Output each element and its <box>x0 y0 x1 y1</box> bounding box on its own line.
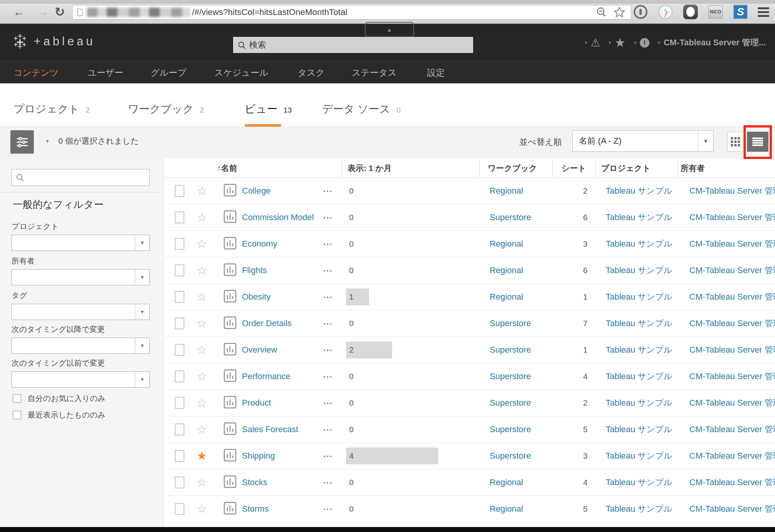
column-header-hits[interactable]: 表示: 1 か月 <box>348 163 392 174</box>
menu-icon[interactable] <box>756 4 771 20</box>
filter-dropdown[interactable]: ▼ <box>12 338 150 354</box>
row-checkbox[interactable] <box>175 450 184 462</box>
account-menu[interactable]: CM-Tableau Server 管理... <box>664 37 766 48</box>
browser-forward-icon[interactable]: → <box>37 5 48 18</box>
project-link[interactable]: Tableau サンプル <box>606 291 672 303</box>
view-name-link[interactable]: Economy <box>242 239 277 249</box>
nico-icon[interactable]: NICO <box>708 4 723 20</box>
row-menu-icon[interactable]: ••• <box>323 241 333 247</box>
view-name-link[interactable]: Flights <box>242 265 267 275</box>
favorite-star-icon[interactable]: ☆ <box>197 212 207 223</box>
row-menu-icon[interactable]: ••• <box>323 479 333 486</box>
owner-link[interactable]: CM-Tableau Server 管理 <box>689 397 775 409</box>
owner-link[interactable]: CM-Tableau Server 管理 <box>689 265 775 276</box>
nav-item-1[interactable]: ユーザー <box>88 67 123 79</box>
sidebar-search-input[interactable] <box>12 169 150 186</box>
sort-dropdown-arrow-icon[interactable]: ▼ <box>698 131 713 151</box>
row-checkbox[interactable] <box>175 185 184 197</box>
row-menu-icon[interactable]: ••• <box>323 506 333 512</box>
workbook-link[interactable]: Superstore <box>490 345 531 355</box>
dropdown-arrow-icon[interactable]: ▼ <box>135 304 149 320</box>
row-checkbox[interactable] <box>175 503 184 515</box>
tableau-logo[interactable]: +ableau <box>12 33 95 50</box>
grid-view-button[interactable] <box>727 132 744 152</box>
alerts-warning-icon[interactable]: ⚠ <box>591 36 600 49</box>
row-menu-icon[interactable]: ••• <box>323 188 333 194</box>
project-link[interactable]: Tableau サンプル <box>606 318 672 329</box>
owner-link[interactable]: CM-Tableau Server 管理 <box>689 318 775 329</box>
row-checkbox[interactable] <box>175 238 184 250</box>
row-menu-icon[interactable]: ••• <box>323 347 333 353</box>
row-menu-icon[interactable]: ••• <box>323 453 333 459</box>
project-link[interactable]: Tableau サンプル <box>606 185 672 197</box>
zoom-out-icon[interactable] <box>596 7 607 18</box>
favorite-star-icon[interactable]: ☆ <box>197 397 207 409</box>
favorites-star-icon[interactable]: ★ <box>614 35 626 50</box>
project-link[interactable]: Tableau サンプル <box>606 424 672 435</box>
view-name-link[interactable]: Commission Model <box>242 212 314 222</box>
project-link[interactable]: Tableau サンプル <box>606 212 672 223</box>
favorite-star-icon[interactable]: ☆ <box>197 503 207 515</box>
view-name-link[interactable]: Order Details <box>242 318 292 328</box>
owner-link[interactable]: CM-Tableau Server 管理 <box>689 291 775 303</box>
project-link[interactable]: Tableau サンプル <box>606 397 672 409</box>
bookmark-star-icon[interactable] <box>613 6 626 18</box>
url-text[interactable]: /#/views?hitsCol=hitsLastOneMonthTotal <box>192 7 347 17</box>
url-bar[interactable]: /#/views?hitsCol=hitsLastOneMonthTotal <box>72 5 631 20</box>
nav-item-3[interactable]: スケジュール <box>214 67 268 79</box>
onepassword-icon[interactable] <box>633 4 648 20</box>
checkbox[interactable] <box>13 411 22 419</box>
row-checkbox[interactable] <box>175 344 184 356</box>
tab-3[interactable]: データ ソース0 <box>322 102 401 116</box>
owner-link[interactable]: CM-Tableau Server 管理 <box>689 450 775 462</box>
owner-link[interactable]: CM-Tableau Server 管理 <box>689 477 775 488</box>
selection-caret-icon[interactable]: ▾ <box>46 138 49 144</box>
nav-item-2[interactable]: グループ <box>151 67 187 79</box>
row-menu-icon[interactable]: ••• <box>323 400 333 406</box>
nav-item-4[interactable]: タスク <box>298 67 325 79</box>
row-checkbox[interactable] <box>175 291 184 303</box>
view-name-link[interactable]: Storms <box>242 504 269 514</box>
view-name-link[interactable]: College <box>242 186 271 196</box>
project-link[interactable]: Tableau サンプル <box>606 265 672 276</box>
column-header-workbook[interactable]: ワークブック <box>488 163 537 174</box>
column-header-project[interactable]: プロジェクト <box>601 163 651 174</box>
view-name-link[interactable]: Obesity <box>242 292 271 302</box>
filter-dropdown[interactable]: ▼ <box>12 269 150 285</box>
info-icon[interactable]: i <box>640 38 649 48</box>
row-menu-icon[interactable]: ••• <box>323 294 333 300</box>
favorite-star-icon[interactable]: ☆ <box>197 424 207 435</box>
row-checkbox[interactable] <box>175 424 184 436</box>
workbook-link[interactable]: Regional <box>490 265 523 275</box>
project-link[interactable]: Tableau サンプル <box>606 503 672 515</box>
view-name-link[interactable]: Performance <box>242 371 290 381</box>
row-checkbox[interactable] <box>175 212 184 224</box>
chevron-down-icon[interactable]: ▾ <box>658 40 660 45</box>
view-name-link[interactable]: Overview <box>242 345 277 355</box>
scroll-top-button[interactable]: ▲ <box>365 22 414 37</box>
workbook-link[interactable]: Regional <box>490 239 523 249</box>
workbook-link[interactable]: Superstore <box>490 398 531 408</box>
favorite-star-icon[interactable]: ☆ <box>197 291 207 303</box>
row-checkbox[interactable] <box>175 265 184 277</box>
filter-dropdown[interactable]: ▼ <box>12 235 150 251</box>
row-menu-icon[interactable]: ••• <box>323 214 333 221</box>
workbook-link[interactable]: Superstore <box>490 371 531 381</box>
nav-item-5[interactable]: ステータス <box>352 67 397 79</box>
header-search-input[interactable]: 検索 <box>233 37 473 53</box>
skitch-icon[interactable]: S <box>733 4 748 20</box>
dropdown-arrow-icon[interactable]: ▼ <box>135 270 149 285</box>
tab-2[interactable]: ビュー13 <box>245 102 291 116</box>
tab-0[interactable]: プロジェクト2 <box>13 102 90 116</box>
dropdown-arrow-icon[interactable]: ▼ <box>135 338 149 353</box>
owner-link[interactable]: CM-Tableau Server 管理 <box>689 371 775 382</box>
filter-dropdown[interactable]: ▼ <box>12 304 150 320</box>
row-checkbox[interactable] <box>175 397 184 409</box>
project-link[interactable]: Tableau サンプル <box>606 238 672 250</box>
workbook-link[interactable]: Superstore <box>490 451 531 461</box>
row-checkbox[interactable] <box>175 477 184 489</box>
chevron-down-icon[interactable]: ▾ <box>609 40 611 45</box>
owner-link[interactable]: CM-Tableau Server 管理 <box>689 503 775 515</box>
row-menu-icon[interactable]: ••• <box>323 320 333 327</box>
checkbox[interactable] <box>13 394 22 403</box>
